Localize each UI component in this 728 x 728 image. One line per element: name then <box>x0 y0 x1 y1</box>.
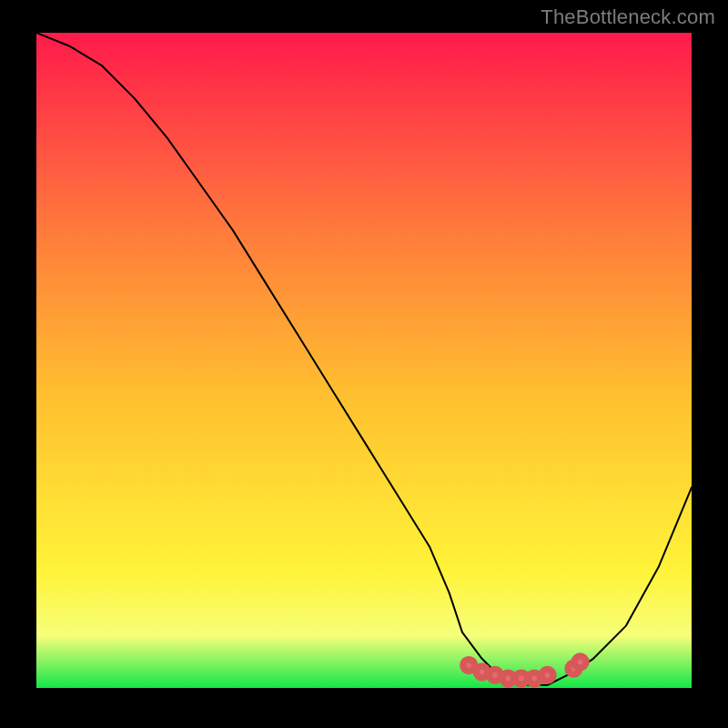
curve-layer <box>36 33 692 692</box>
watermark-text: TheBottleneck.com <box>541 5 715 29</box>
optimal-dot <box>463 660 475 672</box>
bottleneck-curve <box>36 33 692 685</box>
plot-area <box>36 33 692 692</box>
optimal-dot <box>574 656 586 668</box>
optimal-range-dots <box>463 656 586 684</box>
optimal-dot <box>541 669 553 681</box>
chart-frame: TheBottleneck.com <box>0 0 728 728</box>
